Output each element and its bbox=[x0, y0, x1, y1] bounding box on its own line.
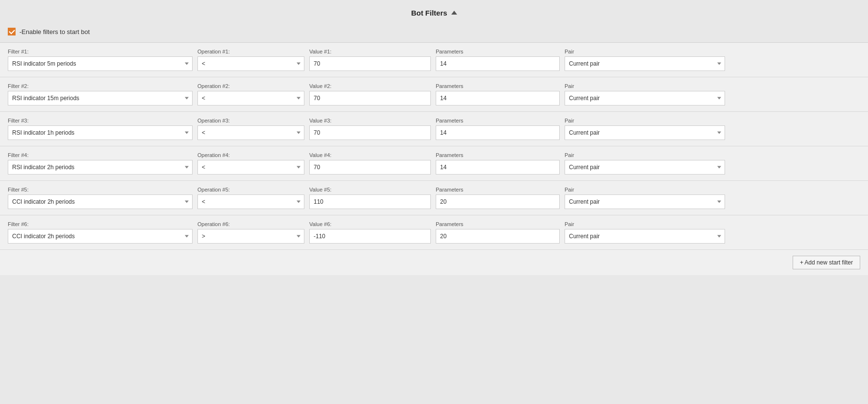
operation-select-5[interactable]: < > = <= >= bbox=[197, 194, 304, 209]
pair-label-5: Pair bbox=[565, 187, 725, 193]
filter-select-6[interactable]: CCI indicator 2h periods RSI indicator 5… bbox=[8, 229, 193, 244]
value-group-2: Value #2: bbox=[309, 83, 431, 105]
filter-label-5: Filter #5: bbox=[8, 187, 193, 193]
operation-group-4: Operation #4: < > = <= >= bbox=[197, 152, 304, 175]
chevron-up-icon[interactable] bbox=[451, 11, 457, 15]
page-header: Bot Filters bbox=[0, 0, 868, 23]
parameters-label-1: Parameters bbox=[436, 49, 560, 54]
filter-group-3: Filter #3: RSI indicator 1h periods RSI … bbox=[8, 118, 193, 140]
operation-label-3: Operation #3: bbox=[197, 118, 304, 123]
filter-select-wrapper-4: RSI indicator 2h periods RSI indicator 5… bbox=[8, 160, 193, 175]
parameters-group-1: Parameters bbox=[436, 49, 560, 71]
filter-label-4: Filter #4: bbox=[8, 152, 193, 158]
value-input-5[interactable] bbox=[309, 194, 431, 209]
filter-select-wrapper-3: RSI indicator 1h periods RSI indicator 5… bbox=[8, 125, 193, 140]
operation-label-2: Operation #2: bbox=[197, 83, 304, 89]
filter-select-2[interactable]: RSI indicator 15m periods RSI indicator … bbox=[8, 91, 193, 105]
value-input-1[interactable] bbox=[309, 56, 431, 71]
filter-group-4: Filter #4: RSI indicator 2h periods RSI … bbox=[8, 152, 193, 175]
value-group-5: Value #5: bbox=[309, 187, 431, 209]
operation-select-wrapper-6: < > = <= >= bbox=[197, 229, 304, 244]
filter-row-6: Filter #6: CCI indicator 2h periods RSI … bbox=[0, 215, 868, 250]
operation-select-wrapper-5: < > = <= >= bbox=[197, 194, 304, 209]
parameters-group-2: Parameters bbox=[436, 83, 560, 105]
value-group-1: Value #1: bbox=[309, 49, 431, 71]
pair-select-6[interactable]: Current pair BTC/USDT ETH/USDT bbox=[565, 229, 725, 244]
filters-area: Filter #1: RSI indicator 5m periods RSI … bbox=[0, 42, 868, 275]
filter-row-2: Filter #2: RSI indicator 15m periods RSI… bbox=[0, 77, 868, 112]
value-label-1: Value #1: bbox=[309, 49, 431, 54]
pair-select-wrapper-1: Current pair BTC/USDT ETH/USDT bbox=[565, 56, 725, 71]
parameters-input-6[interactable] bbox=[436, 229, 560, 244]
pair-label-3: Pair bbox=[565, 118, 725, 123]
pair-select-wrapper-6: Current pair BTC/USDT ETH/USDT bbox=[565, 229, 725, 244]
parameters-group-5: Parameters bbox=[436, 187, 560, 209]
pair-select-3[interactable]: Current pair BTC/USDT ETH/USDT bbox=[565, 125, 725, 140]
operation-select-6[interactable]: < > = <= >= bbox=[197, 229, 304, 244]
filter-select-4[interactable]: RSI indicator 2h periods RSI indicator 5… bbox=[8, 160, 193, 175]
pair-group-5: Pair Current pair BTC/USDT ETH/USDT bbox=[565, 187, 725, 209]
pair-select-2[interactable]: Current pair BTC/USDT ETH/USDT bbox=[565, 91, 725, 105]
operation-select-3[interactable]: < > = <= >= bbox=[197, 125, 304, 140]
parameters-input-2[interactable] bbox=[436, 91, 560, 105]
operation-group-5: Operation #5: < > = <= >= bbox=[197, 187, 304, 209]
parameters-label-5: Parameters bbox=[436, 187, 560, 193]
pair-group-3: Pair Current pair BTC/USDT ETH/USDT bbox=[565, 118, 725, 140]
operation-select-4[interactable]: < > = <= >= bbox=[197, 160, 304, 175]
filter-group-1: Filter #1: RSI indicator 5m periods RSI … bbox=[8, 49, 193, 71]
pair-group-4: Pair Current pair BTC/USDT ETH/USDT bbox=[565, 152, 725, 175]
filter-group-6: Filter #6: CCI indicator 2h periods RSI … bbox=[8, 221, 193, 244]
filter-select-3[interactable]: RSI indicator 1h periods RSI indicator 5… bbox=[8, 125, 193, 140]
parameters-label-4: Parameters bbox=[436, 152, 560, 158]
parameters-input-4[interactable] bbox=[436, 160, 560, 175]
filter-select-5[interactable]: CCI indicator 2h periods RSI indicator 5… bbox=[8, 194, 193, 209]
operation-select-wrapper-1: < > = <= >= bbox=[197, 56, 304, 71]
filter-row-3: Filter #3: RSI indicator 1h periods RSI … bbox=[0, 112, 868, 146]
operation-select-wrapper-3: < > = <= >= bbox=[197, 125, 304, 140]
operation-group-2: Operation #2: < > = <= >= bbox=[197, 83, 304, 105]
operation-label-4: Operation #4: bbox=[197, 152, 304, 158]
pair-select-1[interactable]: Current pair BTC/USDT ETH/USDT bbox=[565, 56, 725, 71]
filter-label-3: Filter #3: bbox=[8, 118, 193, 123]
pair-group-6: Pair Current pair BTC/USDT ETH/USDT bbox=[565, 221, 725, 244]
filter-label-2: Filter #2: bbox=[8, 83, 193, 89]
filter-label-1: Filter #1: bbox=[8, 49, 193, 54]
operation-group-6: Operation #6: < > = <= >= bbox=[197, 221, 304, 244]
value-label-3: Value #3: bbox=[309, 118, 431, 123]
filter-rows-container: Filter #1: RSI indicator 5m periods RSI … bbox=[0, 43, 868, 250]
operation-label-5: Operation #5: bbox=[197, 187, 304, 193]
value-input-4[interactable] bbox=[309, 160, 431, 175]
add-new-start-filter-button[interactable]: + Add new start filter bbox=[793, 256, 860, 269]
parameters-group-3: Parameters bbox=[436, 118, 560, 140]
parameters-input-5[interactable] bbox=[436, 194, 560, 209]
operation-group-3: Operation #3: < > = <= >= bbox=[197, 118, 304, 140]
enable-filter-checkbox[interactable] bbox=[8, 28, 16, 35]
value-group-4: Value #4: bbox=[309, 152, 431, 175]
pair-select-5[interactable]: Current pair BTC/USDT ETH/USDT bbox=[565, 194, 725, 209]
operation-label-6: Operation #6: bbox=[197, 221, 304, 227]
parameters-input-1[interactable] bbox=[436, 56, 560, 71]
operation-select-wrapper-4: < > = <= >= bbox=[197, 160, 304, 175]
enable-filter-label: -Enable filters to start bot bbox=[19, 28, 90, 35]
operation-select-wrapper-2: < > = <= >= bbox=[197, 91, 304, 105]
pair-label-1: Pair bbox=[565, 49, 725, 54]
pair-label-4: Pair bbox=[565, 152, 725, 158]
filter-row-5: Filter #5: CCI indicator 2h periods RSI … bbox=[0, 181, 868, 215]
pair-label-6: Pair bbox=[565, 221, 725, 227]
filter-select-1[interactable]: RSI indicator 5m periods RSI indicator 5… bbox=[8, 56, 193, 71]
value-input-2[interactable] bbox=[309, 91, 431, 105]
operation-label-1: Operation #1: bbox=[197, 49, 304, 54]
value-label-5: Value #5: bbox=[309, 187, 431, 193]
pair-select-wrapper-5: Current pair BTC/USDT ETH/USDT bbox=[565, 194, 725, 209]
filter-select-wrapper-5: CCI indicator 2h periods RSI indicator 5… bbox=[8, 194, 193, 209]
operation-select-2[interactable]: < > = <= >= bbox=[197, 91, 304, 105]
pair-select-4[interactable]: Current pair BTC/USDT ETH/USDT bbox=[565, 160, 725, 175]
operation-select-1[interactable]: < > = <= >= bbox=[197, 56, 304, 71]
value-input-6[interactable] bbox=[309, 229, 431, 244]
filter-select-wrapper-1: RSI indicator 5m periods RSI indicator 5… bbox=[8, 56, 193, 71]
operation-group-1: Operation #1: < > = <= >= bbox=[197, 49, 304, 71]
filter-row-4: Filter #4: RSI indicator 2h periods RSI … bbox=[0, 146, 868, 181]
parameters-input-3[interactable] bbox=[436, 125, 560, 140]
page-container: Bot Filters -Enable filters to start bot… bbox=[0, 0, 868, 404]
value-input-3[interactable] bbox=[309, 125, 431, 140]
